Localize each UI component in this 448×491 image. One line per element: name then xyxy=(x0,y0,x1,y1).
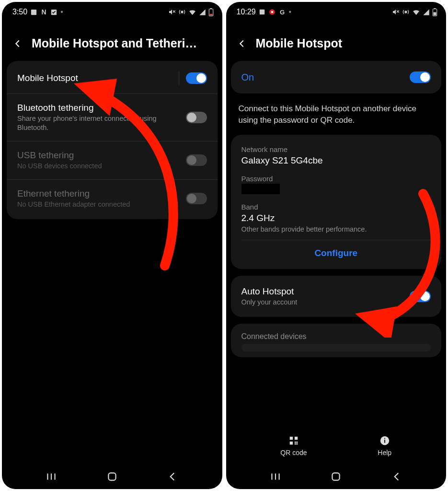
svg-point-4 xyxy=(181,11,183,13)
svg-rect-7 xyxy=(209,13,212,15)
row-title: USB tethering xyxy=(17,150,186,161)
page-header: Mobile Hotspot xyxy=(226,19,447,61)
connected-devices-placeholder xyxy=(241,344,431,351)
row-title: Bluetooth tethering xyxy=(17,103,186,113)
band-label: Band xyxy=(241,203,431,211)
toggle-auto-hotspot[interactable] xyxy=(410,291,431,302)
bottom-actions: QR code Help xyxy=(226,431,447,461)
home-icon[interactable] xyxy=(330,470,342,483)
tethering-card: Mobile Hotspot Bluetooth tethering Share… xyxy=(7,61,218,219)
check-icon xyxy=(50,9,57,16)
image-icon xyxy=(30,9,37,16)
connected-card: Connected devices xyxy=(231,324,442,357)
recents-icon[interactable] xyxy=(45,470,57,483)
row-title: Ethernet tethering xyxy=(17,188,186,199)
phone-left: 3:50 N • Mobile Hotspot and Tetheri… Mob… xyxy=(2,2,222,489)
configure-button[interactable]: Configure xyxy=(241,240,431,262)
g-icon: G xyxy=(279,9,286,16)
band-note: Other bands provide better performance. xyxy=(241,225,431,233)
svg-rect-28 xyxy=(295,444,296,445)
help-label: Help xyxy=(378,449,391,456)
svg-rect-25 xyxy=(290,442,293,444)
svg-rect-0 xyxy=(31,9,36,14)
svg-rect-26 xyxy=(295,442,296,443)
nav-bar xyxy=(2,464,222,489)
qr-code-button[interactable]: QR code xyxy=(280,435,307,456)
signal-icon xyxy=(423,9,430,16)
connected-devices-label: Connected devices xyxy=(231,326,442,344)
page-title: Mobile Hotspot xyxy=(256,36,436,50)
svg-rect-12 xyxy=(108,473,115,480)
row-subtitle: Share your phone's internet connection u… xyxy=(17,114,186,132)
network-name-value: Galaxy S21 5G4cbe xyxy=(241,155,431,166)
separator xyxy=(179,71,179,85)
status-bar: 3:50 N • xyxy=(2,2,222,19)
row-subtitle: No USB Ethernet adapter connected xyxy=(17,200,186,209)
info-icon xyxy=(379,435,390,446)
svg-rect-13 xyxy=(260,10,265,15)
auto-hotspot-card: Auto Hotspot Only your account xyxy=(231,276,442,317)
svg-rect-6 xyxy=(210,8,211,9)
network-card: Network name Galaxy S21 5G4cbe Password … xyxy=(231,135,442,269)
clock: 10:29 xyxy=(237,8,256,16)
qr-label: QR code xyxy=(280,449,307,456)
status-icons-right xyxy=(168,8,214,16)
wifi-icon xyxy=(188,8,196,16)
row-subtitle: No USB devices connected xyxy=(17,162,186,171)
instruction-text: Connect to this Mobile Hotspot on anothe… xyxy=(226,100,447,135)
svg-rect-31 xyxy=(384,440,385,443)
toggle-usb-tethering xyxy=(186,154,207,166)
help-button[interactable]: Help xyxy=(378,435,391,456)
mute-icon xyxy=(168,8,176,16)
status-bar: 10:29 G • xyxy=(226,2,447,19)
row-hotspot-on[interactable]: On xyxy=(231,63,442,92)
back-icon[interactable] xyxy=(237,38,247,49)
row-subtitle: Only your account xyxy=(241,298,410,307)
password-label: Password xyxy=(241,175,431,183)
clock: 3:50 xyxy=(12,8,27,16)
hotspot-icon xyxy=(402,8,410,16)
row-mobile-hotspot[interactable]: Mobile Hotspot xyxy=(7,63,218,94)
svg-rect-29 xyxy=(296,444,298,445)
password-redacted xyxy=(241,184,280,194)
back-icon[interactable] xyxy=(12,38,23,49)
on-card: On xyxy=(231,61,442,94)
battery-icon xyxy=(432,8,437,16)
svg-rect-27 xyxy=(296,442,298,443)
svg-rect-20 xyxy=(434,8,436,9)
row-bluetooth-tethering[interactable]: Bluetooth tethering Share your phone's i… xyxy=(7,94,218,141)
toggle-bluetooth-tethering[interactable] xyxy=(186,112,207,123)
hotspot-icon xyxy=(178,8,186,16)
svg-rect-32 xyxy=(384,438,385,439)
back-nav-icon[interactable] xyxy=(391,470,403,483)
svg-rect-36 xyxy=(333,473,340,480)
status-icons-right xyxy=(392,8,437,16)
svg-point-18 xyxy=(405,11,407,13)
toggle-ethernet-tethering xyxy=(186,193,207,204)
toggle-mobile-hotspot[interactable] xyxy=(186,72,207,84)
on-label: On xyxy=(241,72,254,82)
dot-icon: • xyxy=(289,8,292,16)
qr-icon xyxy=(288,435,299,446)
wifi-icon xyxy=(412,8,420,16)
back-nav-icon[interactable] xyxy=(166,470,179,483)
row-usb-tethering: USB tethering No USB devices connected xyxy=(7,141,218,180)
recents-icon[interactable] xyxy=(269,470,282,483)
dot-icon: • xyxy=(60,8,63,16)
row-title: Mobile Hotspot xyxy=(17,73,179,83)
network-name-label: Network name xyxy=(241,145,431,153)
n-icon: N xyxy=(40,9,47,16)
phone-right: 10:29 G • Mobile Hotspot On Connect to t… xyxy=(226,2,447,489)
toggle-hotspot-on[interactable] xyxy=(410,71,431,83)
svg-rect-23 xyxy=(290,437,293,440)
svg-point-15 xyxy=(271,11,274,13)
signal-icon xyxy=(199,9,206,16)
battery-icon xyxy=(208,8,214,16)
svg-rect-21 xyxy=(434,12,437,15)
row-auto-hotspot[interactable]: Auto Hotspot Only your account xyxy=(231,278,442,316)
beats-icon xyxy=(269,9,276,16)
row-title: Auto Hotspot xyxy=(241,286,410,297)
row-ethernet-tethering: Ethernet tethering No USB Ethernet adapt… xyxy=(7,180,218,218)
band-value: 2.4 GHz xyxy=(241,213,431,223)
home-icon[interactable] xyxy=(106,470,118,483)
